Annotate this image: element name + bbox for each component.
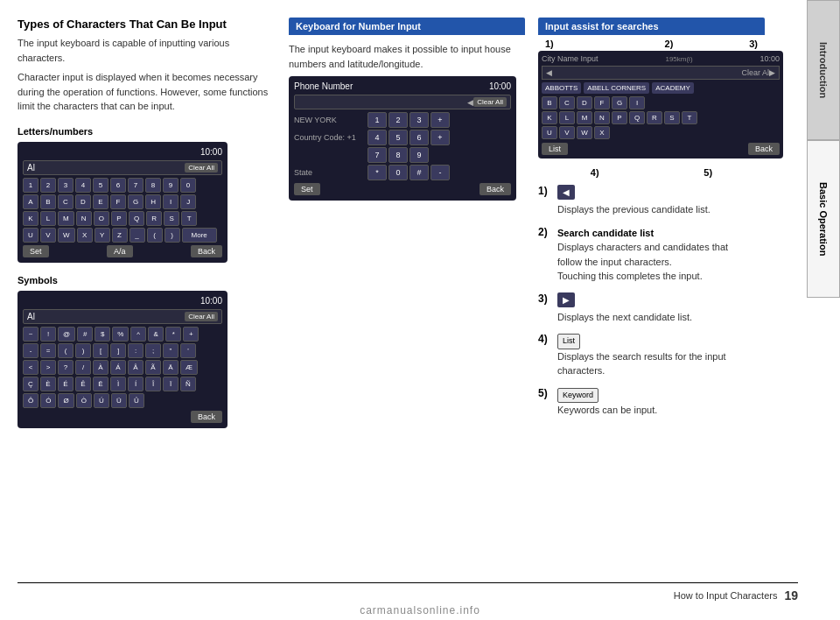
symbols-row-5: Ô Ó Ø Ò Ú Ü Û [23,393,222,408]
symbols-time: 10:00 [200,296,222,306]
letters-keyboard-mock: 10:00 Al Clear All 1 2 3 4 5 6 7 8 9 0 A… [18,142,228,263]
assist-candidates-row: ABBOTTS ABELL CORNERS ACADEMY [542,82,780,94]
assist-list-btn[interactable]: List [542,143,568,155]
right-column: Input assist for searches 1) 2) 3) City … [538,18,765,426]
num-time: 10:00 [489,81,511,91]
num-input-header: Keyboard for Number Input [289,18,525,35]
letters-time: 10:00 [200,147,222,157]
letters-row-2: A B C D E F G H I J [23,194,222,209]
assist-alpha-row3: U V W X [542,126,780,139]
assist-alpha-row1: B C D F G I [542,96,780,109]
footer-label: How to Input Characters [674,590,778,601]
assist-item-5: 5) Keyword Keywords can be input. [538,387,765,418]
symbols-clear-btn[interactable]: Clear All [185,312,218,321]
letters-back-btn[interactable]: Back [191,245,222,257]
watermark: carmanualsonline.info [360,604,480,616]
assist-alpha-row2: K L M N P Q R S T [542,111,780,124]
symbols-row-2: - = ( ) [ ] : ; " ' [23,343,222,358]
symbols-row-1: ~ ! @ # $ % ^ & * + [23,327,222,342]
num-bottom-row: Set Back [294,183,511,195]
num-phone-label: Phone Number [294,81,353,91]
num-keyboard-mock: Phone Number 10:00 ◀ Clear All NEW YORK … [289,76,516,201]
footer-page: 19 [784,588,798,602]
next-icon: ▶ [557,292,575,307]
letters-bottom-row: Set A/a Back [23,245,222,257]
letters-row-1: 1 2 3 4 5 6 7 8 9 0 [23,178,222,193]
assist-header: Input assist for searches [538,18,765,35]
left-column: Types of Characters That Can Be Input Th… [18,18,271,428]
assist-bottom: List Back [542,143,780,155]
sidebar-tab-introduction[interactable]: Introduction [807,0,840,140]
symbols-back-btn[interactable]: Back [191,411,222,423]
assist-item-3: 3) ▶ Displays the next candidate list. [538,292,765,325]
assist-screen-mock: City Name Input 195km(i) 10:00 ◀ Clear A… [538,51,783,159]
letters-numbers-label: Letters/numbers [18,126,271,137]
mid-column: Keyboard for Number Input The input keyb… [289,18,525,201]
letters-set-btn[interactable]: Set [23,245,49,257]
sidebar: Introduction Basic Operation [807,0,840,620]
assist-input[interactable]: ◀ Clear Al ▶ [542,66,780,80]
left-body-1: The input keyboard is capable of inputti… [18,36,271,65]
prev-icon: ◀ [557,185,575,200]
footer: How to Input Characters 19 [18,582,798,602]
assist-time: 10:00 [760,54,780,63]
letters-aa-btn[interactable]: A/a [107,245,133,257]
symbols-row-3: < > ? / À Á Â Ã Ä Æ [23,360,222,375]
symbols-label: Symbols [18,275,271,285]
assist-back-btn[interactable]: Back [748,143,780,155]
assist-numbered-list: 1) ◀ Displays the previous candidate lis… [538,185,765,418]
keyword-tag: Keyword [557,388,598,404]
num-back-btn[interactable]: Back [480,183,511,195]
assist-city-label: City Name Input [542,54,598,63]
assist-item-1: 1) ◀ Displays the previous candidate lis… [538,185,765,217]
left-body-2: Character input is displayed when it bec… [18,70,271,114]
symbols-bottom-row: Back [23,411,222,423]
num-set-btn[interactable]: Set [294,183,320,195]
num-clear-btn[interactable]: Clear All [473,97,507,107]
letters-input[interactable]: Al [27,163,185,173]
diagram-top-labels: 1) 2) 3) [538,39,765,49]
assist-item-2: 2) Search candidate list Displays charac… [538,226,765,284]
letters-row-4: U V W X Y Z _ ( ) More [23,228,222,243]
symbols-row-4: Ç È É Ê Ë Ì Í Î Ï Ñ [23,377,222,391]
assist-item-4: 4) List Displays the search results for … [538,333,765,378]
diagram-bottom-labels: 4) 5) [538,167,765,178]
letters-clear-btn[interactable]: Clear All [185,163,218,173]
list-tag: List [557,334,580,349]
symbols-input[interactable]: Al [27,312,185,321]
num-input-desc: The input keyboard makes it possible to … [289,42,525,71]
left-section-title: Types of Characters That Can Be Input [18,18,271,31]
main-content: Types of Characters That Can Be Input Th… [0,0,807,620]
symbols-keyboard-mock: 10:00 Al Clear All ~ ! @ # $ % ^ & * + -… [18,291,228,428]
letters-row-3: K L M N O P Q R S T [23,211,222,226]
sidebar-tab-basic-operation[interactable]: Basic Operation [807,140,840,298]
